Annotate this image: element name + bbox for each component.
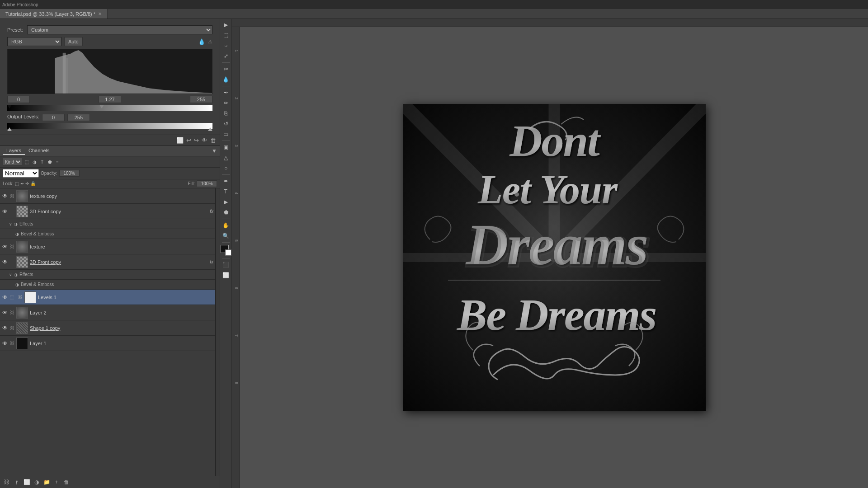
opacity-input[interactable]: 100% <box>59 170 80 177</box>
kind-shape-icon[interactable]: ⬟ <box>47 159 53 165</box>
ruler-vertical: 1 2 3 4 5 6 7 8 <box>232 27 240 488</box>
blend-mode-select[interactable]: Normal <box>3 169 39 178</box>
channel-select[interactable]: RGB <box>7 37 61 46</box>
canvas-content: 1 2 3 4 5 6 7 8 <box>232 27 868 488</box>
layers-bottom-toolbar: ⛓ ƒ ⬜ ◑ 📁 + 🗑 <box>0 476 220 488</box>
levels-warning: ⚠ <box>208 39 212 45</box>
white-slider-handle[interactable] <box>208 105 212 108</box>
layer-group-btn[interactable]: 📁 <box>42 478 51 486</box>
layer-eye-texture-copy[interactable]: 👁 <box>2 193 8 199</box>
tool-crop[interactable]: ✂ <box>221 64 231 74</box>
lock-all-icon[interactable]: 🔒 <box>30 181 36 186</box>
layer-link-btn[interactable]: ⛓ <box>3 478 11 486</box>
black-slider-handle[interactable] <box>7 105 12 108</box>
layer-fx-btn[interactable]: ƒ <box>13 478 21 486</box>
tool-marquee[interactable]: ⬚ <box>221 30 231 40</box>
tool-type[interactable]: T <box>221 187 231 197</box>
layer-mask-btn[interactable]: ⬜ <box>23 478 31 486</box>
layer-eye-3d-front-2[interactable]: 👁 <box>2 259 8 265</box>
layer-item-shape1copy[interactable]: 👁 ⛓ Shape 1 copy <box>0 320 215 336</box>
layer-eye-3d-front-1[interactable]: 👁 <box>2 208 8 215</box>
tool-hand[interactable]: ✋ <box>221 221 231 230</box>
output-black-handle[interactable] <box>7 127 12 131</box>
layer-eye-texture[interactable]: 👁 <box>2 244 8 250</box>
tool-heal[interactable]: ✒ <box>221 88 231 98</box>
tool-quick-mask[interactable]: ⬛ <box>221 260 231 270</box>
tool-lasso[interactable]: ○ <box>221 41 231 51</box>
kind-smart-icon[interactable]: ≡ <box>54 159 61 165</box>
tab-close[interactable]: ✕ <box>98 11 102 16</box>
fg-bg-color-swatch[interactable] <box>221 245 231 256</box>
tool-shape[interactable]: ⬟ <box>221 207 231 217</box>
tool-eyedropper[interactable]: 💧 <box>221 75 231 84</box>
layer-item-layer2[interactable]: 👁 ⛓ Layer 2 <box>0 305 215 320</box>
levels-tool-icon-1[interactable]: ⬜ <box>176 137 184 144</box>
tool-brush[interactable]: ✏ <box>221 98 231 108</box>
tool-path-select[interactable]: ▶ <box>221 197 231 207</box>
kind-adjust-icon[interactable]: ◑ <box>31 159 38 165</box>
layers-scrollbar[interactable] <box>215 188 220 476</box>
output-white-handle[interactable] <box>208 127 212 131</box>
layer-item-layer1[interactable]: 👁 ⛓ Layer 1 <box>0 336 215 351</box>
layers-collapse-icon[interactable]: ▼ <box>212 148 217 154</box>
effect-label-1: Effects <box>19 221 33 226</box>
levels-tool-icon-5[interactable]: 🗑 <box>210 137 216 144</box>
kind-pixel-icon[interactable]: ⬚ <box>24 159 30 165</box>
input-black-field[interactable]: 0 <box>7 96 30 103</box>
fill-input[interactable]: 100% <box>197 180 217 187</box>
levels-eyedropper-black[interactable]: 💧 <box>198 38 205 45</box>
background-color[interactable] <box>225 249 231 256</box>
tool-history-brush[interactable]: ↺ <box>221 119 231 129</box>
levels-tools-row: ⬜ ↩ ↪ 👁 🗑 <box>0 135 220 146</box>
output-white-field[interactable]: 255 <box>67 114 90 121</box>
layer-new-btn[interactable]: + <box>52 478 61 486</box>
layer-item-texture-copy[interactable]: 👁 ⛓ texture copy <box>0 188 215 204</box>
layer-eye-layer2[interactable]: 👁 <box>2 310 8 316</box>
tab-layers[interactable]: Layers <box>3 147 25 155</box>
layer-item-3d-front-copy-1[interactable]: 👁 3D Front copy fx <box>0 204 215 219</box>
preset-select[interactable]: Custom <box>27 25 212 34</box>
layer-item-texture[interactable]: 👁 ⛓ texture <box>0 239 215 254</box>
tool-dodge[interactable]: ○ <box>221 163 231 173</box>
tool-move[interactable]: ▶ <box>221 20 231 30</box>
layer-eye-layer1[interactable]: 👁 <box>2 340 8 347</box>
tool-magic-wand[interactable]: ⤢ <box>221 51 231 61</box>
output-label: Output Levels: <box>7 114 39 119</box>
layer-eye-shape1copy[interactable]: 👁 <box>2 325 8 331</box>
kind-select[interactable]: Kind <box>3 158 22 166</box>
svg-rect-3 <box>66 58 68 94</box>
tool-stamp[interactable]: ⎘ <box>221 108 231 118</box>
lock-move-icon[interactable]: ✛ <box>25 181 29 186</box>
layer-item-levels-1[interactable]: 👁 ⬚ ⛓ Levels 1 <box>0 290 215 305</box>
layer-eye-levels[interactable]: 👁 <box>2 294 8 300</box>
layer-link-layer1: ⛓ <box>10 341 14 346</box>
tool-pen[interactable]: ✒ <box>221 176 231 186</box>
output-black-field[interactable]: 0 <box>42 114 65 121</box>
tab-channels[interactable]: Channels <box>25 147 53 155</box>
levels-tool-icon-2[interactable]: ↩ <box>186 137 191 144</box>
mid-slider-handle[interactable] <box>99 105 104 108</box>
auto-button[interactable]: Auto <box>64 37 83 46</box>
histogram <box>7 49 212 94</box>
layer-delete-btn[interactable]: 🗑 <box>62 478 71 486</box>
layer-item-3d-front-copy-2[interactable]: 👁 3D Front copy fx <box>0 254 215 270</box>
layers-kind-row: Kind ⬚ ◑ T ⬟ ≡ <box>0 156 220 168</box>
tool-blur[interactable]: △ <box>221 153 231 163</box>
kind-type-icon[interactable]: T <box>39 159 45 165</box>
layers-panel: Layers Channels ▼ Kind ⬚ ◑ T ⬟ ≡ <box>0 146 220 488</box>
lock-pixels-icon[interactable]: ⬚ <box>15 181 19 186</box>
input-mid-field[interactable]: 1.27 <box>99 96 121 103</box>
tool-eraser[interactable]: ▭ <box>221 129 231 139</box>
tool-screen-mode[interactable]: ⬜ <box>221 270 231 280</box>
lock-paint-icon[interactable]: ✒ <box>20 181 24 186</box>
layer-adjustment-btn[interactable]: ◑ <box>33 478 41 486</box>
canvas-viewport[interactable]: Dont Let Your Dreams Be Dreams <box>240 27 868 488</box>
document-tab[interactable]: Tutorial.psd @ 33.3% (Layer 3, RGB/8) * … <box>0 9 108 19</box>
tool-gradient[interactable]: ▣ <box>221 142 231 152</box>
tool-zoom[interactable]: 🔍 <box>221 231 231 241</box>
preset-label: Preset: <box>7 27 25 33</box>
levels-tool-icon-3[interactable]: ↪ <box>194 137 199 144</box>
effect-arrow-2: ∨ <box>9 272 12 277</box>
levels-tool-icon-4[interactable]: 👁 <box>202 137 208 144</box>
input-white-field[interactable]: 255 <box>190 96 212 103</box>
